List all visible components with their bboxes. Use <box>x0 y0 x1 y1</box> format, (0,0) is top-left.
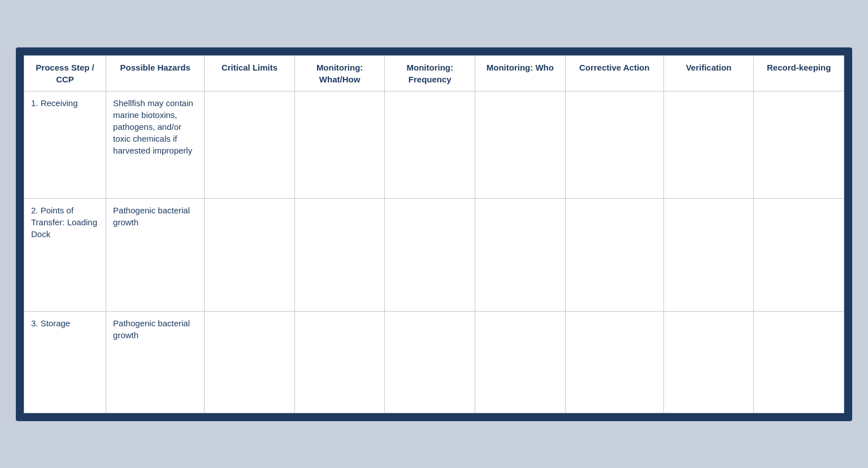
header-monitoring-freq: Monitoring: Frequency <box>385 55 475 91</box>
table-row: 2. Points of Transfer: Loading Dock Path… <box>24 198 844 311</box>
cell-transfer-recordkeeping <box>754 198 844 311</box>
header-row: Process Step / CCP Possible Hazards Crit… <box>24 55 844 91</box>
cell-transfer-hazards: Pathogenic bacterial growth <box>106 198 205 311</box>
cell-receiving-monitoring-what <box>294 91 385 198</box>
table-row: 3. Storage Pathogenic bacterial growth <box>24 311 844 413</box>
cell-storage-process: 3. Storage <box>24 311 106 413</box>
cell-receiving-process: 1. Receiving <box>24 91 106 198</box>
cell-transfer-process: 2. Points of Transfer: Loading Dock <box>24 198 106 311</box>
cell-transfer-monitoring-who <box>475 198 566 311</box>
cell-transfer-monitoring-what <box>294 198 385 311</box>
cell-receiving-monitoring-freq <box>385 91 475 198</box>
header-critical-limits: Critical Limits <box>205 55 295 91</box>
table-row: 1. Receiving Shellfish may contain marin… <box>24 91 844 198</box>
header-process-step: Process Step / CCP <box>24 55 106 91</box>
cell-transfer-limits <box>205 198 295 311</box>
haccp-table: Process Step / CCP Possible Hazards Crit… <box>24 55 844 413</box>
header-monitoring-who: Monitoring: Who <box>475 55 566 91</box>
cell-transfer-corrective-action <box>565 198 663 311</box>
cell-storage-hazards: Pathogenic bacterial growth <box>106 311 205 413</box>
cell-receiving-monitoring-who <box>475 91 566 198</box>
cell-storage-monitoring-freq <box>385 311 475 413</box>
cell-storage-monitoring-what <box>294 311 385 413</box>
header-corrective-action: Corrective Action <box>565 55 663 91</box>
cell-receiving-hazards: Shellfish may contain marine biotoxins, … <box>106 91 205 198</box>
cell-storage-monitoring-who <box>475 311 566 413</box>
header-recordkeeping: Record-keeping <box>754 55 844 91</box>
cell-storage-corrective-action <box>565 311 663 413</box>
header-possible-hazards: Possible Hazards <box>106 55 205 91</box>
header-monitoring-what: Monitoring: What/How <box>294 55 385 91</box>
cell-receiving-recordkeeping <box>754 91 844 198</box>
cell-receiving-corrective-action <box>565 91 663 198</box>
table-container: Process Step / CCP Possible Hazards Crit… <box>16 47 852 421</box>
cell-transfer-verification <box>663 198 754 311</box>
cell-storage-limits <box>205 311 295 413</box>
cell-storage-verification <box>663 311 754 413</box>
cell-receiving-limits <box>205 91 295 198</box>
cell-storage-recordkeeping <box>754 311 844 413</box>
header-verification: Verification <box>663 55 754 91</box>
cell-receiving-verification <box>663 91 754 198</box>
cell-transfer-monitoring-freq <box>385 198 475 311</box>
